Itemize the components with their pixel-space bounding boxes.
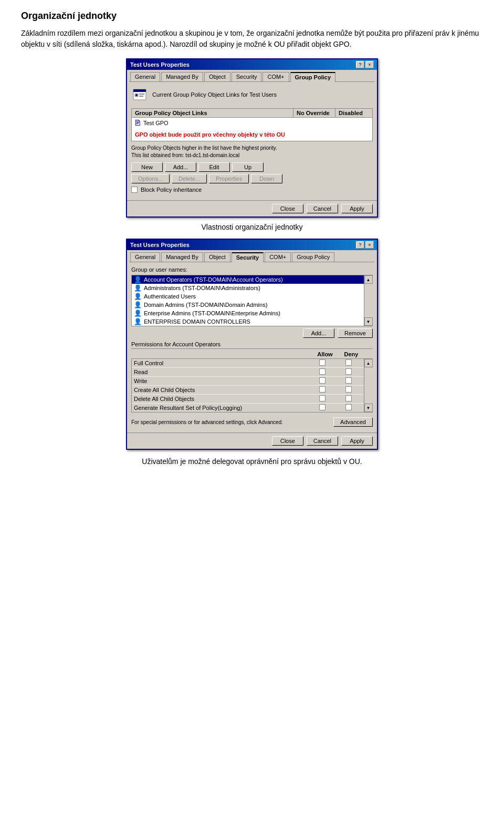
perm-col-name [131,351,312,357]
cancel-btn2[interactable]: Cancel [307,436,338,446]
deny-check-5[interactable] [345,404,352,410]
dialog-group-policy: Test Users Properties ? × General Manage… [126,58,378,218]
titlebar-buttons: ? × [356,61,374,68]
perm-row-4: Delete All Child Objects [132,395,364,404]
allow-check-3[interactable] [319,386,326,393]
col-no-override: No Override [293,109,335,117]
users-listbox-container: 👤 Account Operators (TST-DOMAIN\Account … [131,275,373,326]
allow-check-2[interactable] [319,377,326,384]
down-button[interactable]: Down [251,174,282,183]
gp-header-text: Current Group Policy Object Links for Te… [152,91,277,98]
gp-info-line1: Group Policy Objects higher in the list … [131,145,373,152]
user-icon-3: 👤 [134,301,142,308]
tab2-group-policy[interactable]: Group Policy [292,252,334,262]
page-title: Organizační jednotky [21,11,483,22]
tab2-object[interactable]: Object [204,252,230,262]
user-icon-4: 👤 [134,310,142,317]
user-item-5[interactable]: 👤 ENTERPRISE DOMAIN CONTROLLERS [132,317,364,326]
gp-info-line2: This list obtained from: tst-dc1.tst-dom… [131,152,373,159]
edit-button[interactable]: Edit [198,162,230,172]
tab-general[interactable]: General [130,72,160,81]
users-scrollbar[interactable]: ▲ ▼ [364,275,372,326]
gpo-name: Test GPO [143,120,169,126]
tab2-com[interactable]: COM+ [265,252,291,262]
apply-btn[interactable]: Apply [341,204,373,213]
new-button[interactable]: New [131,162,163,172]
tab-group-policy[interactable]: Group Policy [290,72,335,82]
deny-check-1[interactable] [345,368,352,375]
deny-check-2[interactable] [345,377,352,384]
tab2-security[interactable]: Security [232,252,264,262]
user-item-2[interactable]: 👤 Authenticated Users [132,292,364,301]
close-btn2[interactable]: Close [272,436,303,446]
perm-scrollbar[interactable]: ▲ ▼ [364,359,372,412]
tab2-general[interactable]: General [130,252,160,262]
close-button[interactable]: × [365,61,374,68]
block-policy-checkbox[interactable] [131,187,138,193]
perm-row-5: Generate Resultant Set of Policy(Logging… [132,404,364,412]
help-button[interactable]: ? [356,61,364,68]
gp-table-row[interactable]: 🖹 Test GPO [132,118,372,128]
perm-scroll-down[interactable]: ▼ [364,404,373,412]
perm-row-3: Create All Child Objects [132,386,364,395]
perm-row-2: Write [132,377,364,386]
gp-info: Group Policy Objects higher in the list … [131,145,373,159]
perm-row-0: Full Control [132,359,364,368]
block-policy-label: Block Policy inheritance [141,187,202,193]
dialog2-content: Group or user names: 👤 Account Operators… [127,262,377,432]
up-button[interactable]: Up [232,162,264,172]
special-perms-text: For special permissions or for advanced … [131,419,333,426]
dialog1-footer: Close Cancel Apply [127,200,377,217]
add-user-button[interactable]: Add... [303,328,334,338]
allow-check-0[interactable] [319,359,326,366]
deny-check-4[interactable] [345,395,352,401]
perm-row-1: Read [132,368,364,377]
allow-check-4[interactable] [319,395,326,401]
help-button2[interactable]: ? [356,241,364,249]
intro-text: Základním rozdílem mezi organizační jedn… [21,28,483,50]
close-button2[interactable]: × [365,241,374,249]
svg-rect-1 [133,89,146,92]
properties-button[interactable]: Properties [209,174,249,183]
tab-managed-by[interactable]: Managed By [161,72,203,81]
cancel-btn[interactable]: Cancel [307,204,338,213]
svg-rect-4 [139,96,143,97]
deny-check-3[interactable] [345,386,352,393]
perm-col-deny: Deny [338,351,364,357]
dialog2-footer: Close Cancel Apply [127,432,377,449]
gp-table-header: Group Policy Object Links No Override Di… [132,109,372,118]
delete-button[interactable]: Delete... [172,174,207,183]
user-item-0[interactable]: 👤 Account Operators (TST-DOMAIN\Account … [132,275,364,284]
add-button[interactable]: Add... [165,162,196,172]
scroll-up[interactable]: ▲ [364,275,373,284]
user-item-1[interactable]: 👤 Administrators (TST-DOMAIN\Administrat… [132,284,364,292]
options-button[interactable]: Options... [131,174,170,183]
user-item-4[interactable]: 👤 Enterprise Admins (TST-DOMAIN\Enterpri… [132,309,364,317]
svg-rect-3 [139,94,144,95]
advanced-button[interactable]: Advanced [333,417,373,427]
tab-com[interactable]: COM+ [262,72,289,81]
gp-buttons-row1: New Add... Edit Up [131,162,373,172]
apply-btn2[interactable]: Apply [341,436,373,446]
dialog2-titlebar: Test Users Properties ? × [127,240,377,250]
allow-check-5[interactable] [319,404,326,410]
remove-user-button[interactable]: Remove [338,328,373,338]
users-listbox[interactable]: 👤 Account Operators (TST-DOMAIN\Account … [132,275,364,326]
perm-scroll-up[interactable]: ▲ [364,359,373,367]
perm-col-allow: Allow [312,351,338,357]
allow-check-1[interactable] [319,368,326,375]
gpo-icon: 🖹 [134,119,141,127]
close-btn[interactable]: Close [272,204,303,213]
user-item-3[interactable]: 👤 Domain Admins (TST-DOMAIN\Domain Admin… [132,301,364,309]
tab2-managed-by[interactable]: Managed By [161,252,203,262]
tab-security[interactable]: Security [232,72,262,81]
gp-icon [131,86,148,103]
dialog-security: Test Users Properties ? × General Manage… [126,239,378,450]
footer-text: Uživatelům je možné delegovat oprávnění … [21,457,483,466]
dialog1-content: Current Group Policy Object Links for Te… [127,82,377,200]
permissions-label: Permissions for Account Operators [131,341,373,349]
deny-check-0[interactable] [345,359,352,366]
scroll-down[interactable]: ▼ [364,317,373,326]
tab-object[interactable]: Object [204,72,230,81]
gp-header: Current Group Policy Object Links for Te… [131,86,373,103]
